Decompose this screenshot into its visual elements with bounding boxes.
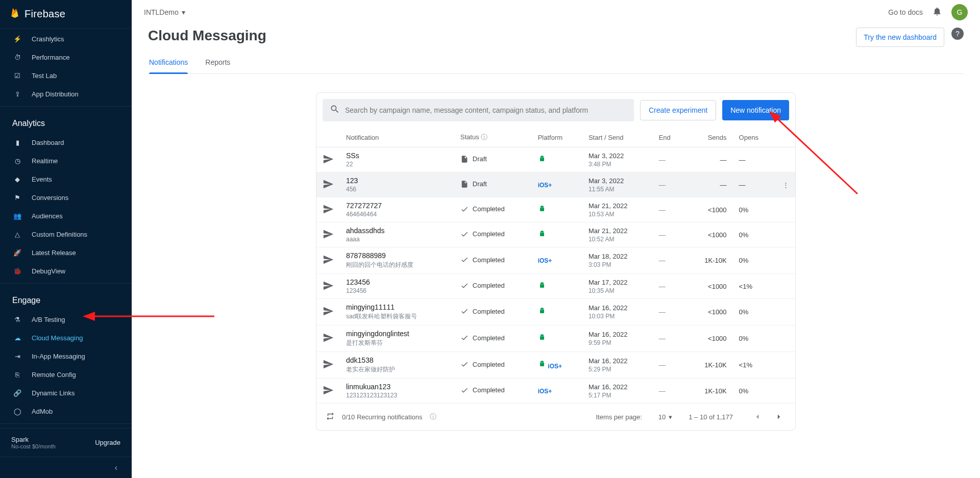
sidebar-item-debugview[interactable]: 🐞DebugView [0,262,132,280]
bell-icon[interactable] [932,6,942,18]
upgrade-button[interactable]: Upgrade [95,439,120,446]
card-toolbar: Create experiment New notification [316,93,795,128]
sidebar-item-cloud-messaging[interactable]: ☁Cloud Messaging [0,329,132,347]
sidebar-item-remote-config[interactable]: ⎘Remote Config [0,365,132,384]
search-icon [330,104,340,116]
brand-logo[interactable]: Firebase [0,0,132,29]
sidebar-item-crashlytics[interactable]: ⚡Crashlytics [0,30,132,48]
row-sends: 1K-10K [685,379,732,404]
plan-block: Spark No-cost $0/month [11,436,56,449]
tabs: Notifications Reports [148,53,964,74]
search-input[interactable] [345,106,627,114]
help-icon[interactable]: ⓘ [430,412,436,421]
help-icon[interactable]: ? [951,28,964,40]
sidebar-item-label: App Distribution [32,90,79,98]
sidebar-item-label: Realtime [32,157,58,165]
sidebar-item-realtime[interactable]: ◷Realtime [0,152,132,170]
sidebar-item-label: Performance [32,54,69,61]
inapp-icon: ⇥ [12,351,22,361]
sidebar-item-latest-release[interactable]: 🚀Latest Release [0,243,132,262]
sidebar-item-conversions[interactable]: ⚑Conversions [0,188,132,207]
sidebar-item-label: Audiences [32,212,63,220]
table-row[interactable]: SSs22DraftMar 3, 20223:48 PM——— [316,147,795,172]
status-completed: Completed [460,256,505,264]
status-completed: Completed [460,230,505,238]
sidebar-collapse-button[interactable]: ‹ [0,457,132,478]
table-row[interactable]: 727272727464646464CompletedMar 21, 20221… [316,197,795,222]
row-menu-button[interactable]: ⋮ [782,181,789,189]
sidebar-item-a-b-testing[interactable]: ⚗A/B Testing [0,310,132,329]
items-per-page-select[interactable]: 10 ▾ [658,413,672,421]
sidebar-item-in-app-messaging[interactable]: ⇥In-App Messaging [0,347,132,365]
create-experiment-button[interactable]: Create experiment [640,100,716,120]
row-title: 727272727 [346,202,448,210]
ios-icon: iOS+ [538,257,552,264]
avatar[interactable]: G [951,4,968,20]
row-subtitle: 123123123123123 [346,392,448,399]
table-row[interactable]: mingying11111sad联发科哈塑料袋客服号CompletedMar 1… [316,299,795,325]
col-status[interactable]: Status ⓘ [454,128,532,147]
status-completed: Completed [460,334,505,342]
sidebar-item-label: In-App Messaging [32,353,85,360]
chevron-left-icon: ‹ [115,463,117,472]
crash-icon: ⚡ [12,34,22,44]
table-row[interactable]: 123456DraftiOS+Mar 3, 202211:55 AM———⋮ [316,172,795,197]
status-completed: Completed [460,360,505,368]
row-title: mingying11111 [346,303,448,311]
row-end: — [653,274,686,299]
sidebar-section-analytics[interactable]: Analytics [0,110,132,133]
col-notification[interactable]: Notification [340,128,454,147]
sidebar-item-events[interactable]: ◆Events [0,170,132,188]
next-page-button[interactable] [772,410,786,424]
row-subtitle: 456 [346,186,448,193]
table-row[interactable]: 8787888989刚回的回个电话的好感度CompletediOS+Mar 18… [316,247,795,274]
sidebar-item-test-lab[interactable]: ☑Test Lab [0,66,132,85]
sidebar-item-dashboard[interactable]: ▮Dashboard [0,133,132,152]
row-end: — [653,299,686,325]
sidebar-item-custom-definitions[interactable]: △Custom Definitions [0,225,132,243]
clock-icon: ◷ [12,156,22,166]
project-selector[interactable]: INTLDemo ▾ [144,8,185,16]
table-row[interactable]: 123456123456CompletedMar 17, 202210:35 A… [316,274,795,299]
table-row[interactable]: ddk1538老实在家做好防护Completed iOS+Mar 16, 202… [316,352,795,379]
row-opens: — [733,147,776,172]
row-title: SSs [346,152,448,160]
sidebar-item-label: Test Lab [32,72,57,80]
row-end: — [653,197,686,222]
content-area: Create experiment New notification Notif… [132,74,980,478]
col-sends[interactable]: Sends [685,128,732,147]
sidebar-section-engage[interactable]: Engage [0,287,132,310]
sidebar-item-audiences[interactable]: 👥Audiences [0,207,132,225]
row-subtitle: 464646464 [346,211,448,218]
table-row[interactable]: linmukuan123123123123123123CompletediOS+… [316,379,795,404]
tab-notifications[interactable]: Notifications [149,53,188,73]
send-icon [323,184,334,191]
sidebar-item-dynamic-links[interactable]: 🔗Dynamic Links [0,384,132,402]
table-row[interactable]: mingyingdonglintest是打发斯蒂芬CompletedMar 16… [316,325,795,352]
row-opens: 0% [733,222,776,247]
row-opens: 0% [733,247,776,274]
row-sends: <1000 [685,222,732,247]
tab-reports[interactable]: Reports [205,53,230,73]
try-new-dashboard-button[interactable]: Try the new dashboard [856,28,944,47]
go-to-docs-link[interactable]: Go to docs [888,8,923,16]
col-end[interactable]: End [653,128,686,147]
col-opens[interactable]: Opens [733,128,776,147]
sidebar-item-performance[interactable]: ⏱Performance [0,48,132,66]
prev-page-button[interactable] [750,410,765,424]
col-start[interactable]: Start / Send [582,128,653,147]
project-name: INTLDemo [144,8,179,16]
row-subtitle: 22 [346,161,448,168]
topbar: INTLDemo ▾ Go to docs G [132,0,980,24]
row-sends: 1K-10K [685,247,732,274]
sidebar-item-admob[interactable]: ◯AdMob [0,402,132,420]
new-notification-button[interactable]: New notification [722,100,789,120]
col-platform[interactable]: Platform [532,128,582,147]
row-title: 123 [346,177,448,185]
row-start-date: Mar 17, 2022 [589,279,647,286]
table-row[interactable]: ahdassdhdsaaaaCompletedMar 21, 202210:52… [316,222,795,247]
search-box[interactable] [323,99,634,121]
avatar-initial: G [957,8,963,16]
sidebar-item-label: Latest Release [32,249,76,257]
sidebar-item-app-distribution[interactable]: ⇪App Distribution [0,85,132,103]
